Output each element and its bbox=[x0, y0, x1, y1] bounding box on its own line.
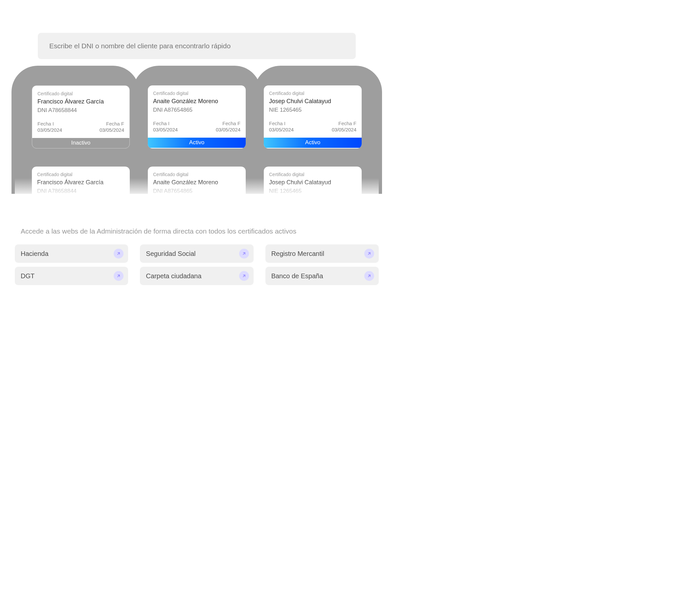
certificate-card[interactable]: Certificado digital Josep Chulvi Calatay… bbox=[264, 85, 362, 149]
status-badge: Inactivo bbox=[32, 138, 129, 148]
date-end-value: 03/05/2024 bbox=[216, 127, 240, 132]
status-badge: Activo bbox=[264, 138, 362, 148]
certificate-card[interactable]: Certificado digital Anaite González More… bbox=[148, 167, 246, 198]
certificates-grid: Certificado digital Francisco Álvarez Ga… bbox=[19, 66, 375, 198]
card-subtitle: Certificado digital bbox=[269, 91, 357, 96]
date-start-value: 03/05/2024 bbox=[37, 127, 62, 133]
date-end-label: Fecha F bbox=[100, 121, 124, 126]
admin-links-grid: Hacienda Seguridad Social Registro Merca… bbox=[15, 244, 379, 285]
arrow-up-right-icon bbox=[239, 271, 249, 281]
card-subtitle: Certificado digital bbox=[153, 172, 240, 177]
card-subtitle: Certificado digital bbox=[153, 91, 240, 96]
date-start-label: Fecha I bbox=[269, 120, 294, 126]
svg-line-2 bbox=[368, 253, 370, 255]
card-subtitle: Certificado digital bbox=[37, 91, 124, 96]
link-label: DGT bbox=[21, 272, 34, 280]
card-id: DNI A78658844 bbox=[37, 107, 124, 114]
card-id: DNI A87654865 bbox=[153, 107, 240, 113]
arrow-up-right-icon bbox=[239, 249, 249, 259]
certificate-card[interactable]: Certificado digital Francisco Álvarez Ga… bbox=[32, 85, 130, 149]
link-label: Hacienda bbox=[21, 250, 48, 258]
link-registro-mercantil[interactable]: Registro Mercantil bbox=[266, 244, 379, 263]
card-subtitle: Certificado digital bbox=[269, 172, 357, 177]
arrow-up-right-icon bbox=[364, 271, 374, 281]
date-start-label: Fecha I bbox=[37, 121, 62, 126]
search-input[interactable] bbox=[38, 33, 356, 59]
link-label: Banco de España bbox=[271, 272, 323, 280]
certificate-card[interactable]: Certificado digital Francisco Álvarez Ga… bbox=[32, 167, 130, 198]
date-end-value: 03/05/2024 bbox=[332, 127, 357, 132]
link-label: Carpeta ciudadana bbox=[146, 272, 201, 280]
date-start-value: 03/05/2024 bbox=[153, 127, 178, 132]
card-id: DNI A87654865 bbox=[153, 188, 240, 194]
link-carpeta-ciudadana[interactable]: Carpeta ciudadana bbox=[140, 267, 253, 285]
svg-line-4 bbox=[243, 275, 245, 277]
status-badge: Activo bbox=[148, 138, 246, 148]
card-holder-name: Anaite González Moreno bbox=[153, 98, 240, 105]
link-dgt[interactable]: DGT bbox=[15, 267, 128, 285]
card-holder-name: Francisco Álvarez García bbox=[37, 179, 124, 186]
date-start-label: Fecha I bbox=[153, 120, 178, 126]
date-end-label: Fecha F bbox=[216, 120, 240, 126]
card-subtitle: Certificado digital bbox=[37, 172, 124, 177]
link-banco-espana[interactable]: Banco de España bbox=[266, 267, 379, 285]
arrow-up-right-icon bbox=[364, 249, 374, 259]
card-id: NIE 1265465 bbox=[269, 188, 357, 194]
svg-line-0 bbox=[118, 253, 120, 255]
card-id: DNI A78658844 bbox=[37, 188, 124, 194]
svg-line-1 bbox=[243, 253, 245, 255]
card-id: NIE 1265465 bbox=[269, 107, 357, 113]
link-label: Seguridad Social bbox=[146, 250, 195, 258]
card-holder-name: Josep Chulvi Calatayud bbox=[269, 98, 357, 105]
arrow-up-right-icon bbox=[114, 249, 123, 259]
svg-line-5 bbox=[368, 275, 370, 277]
link-label: Registro Mercantil bbox=[271, 250, 324, 258]
date-end-label: Fecha F bbox=[332, 120, 357, 126]
certificates-section: Certificado digital Francisco Álvarez Ga… bbox=[15, 66, 379, 198]
certificate-card[interactable]: Certificado digital Anaite González More… bbox=[148, 85, 246, 149]
link-seguridad-social[interactable]: Seguridad Social bbox=[140, 244, 253, 263]
section-description: Accede a las webs de la Administración d… bbox=[21, 227, 379, 235]
card-holder-name: Francisco Álvarez García bbox=[37, 98, 124, 105]
card-holder-name: Anaite González Moreno bbox=[153, 179, 240, 186]
date-end-value: 03/05/2024 bbox=[100, 127, 124, 133]
svg-line-3 bbox=[118, 275, 120, 277]
link-hacienda[interactable]: Hacienda bbox=[15, 244, 128, 263]
certificate-card[interactable]: Certificado digital Josep Chulvi Calatay… bbox=[264, 167, 362, 198]
arrow-up-right-icon bbox=[114, 271, 123, 281]
date-start-value: 03/05/2024 bbox=[269, 127, 294, 132]
card-holder-name: Josep Chulvi Calatayud bbox=[269, 179, 357, 186]
